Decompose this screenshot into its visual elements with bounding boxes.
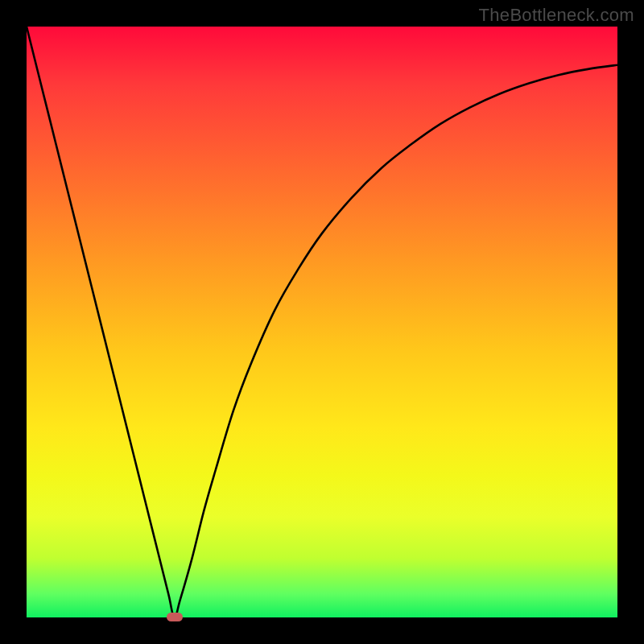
bottleneck-curve	[27, 27, 617, 617]
curve-path	[27, 27, 617, 617]
min-marker	[167, 613, 183, 621]
watermark-text: TheBottleneck.com	[479, 5, 634, 26]
plot-area	[27, 27, 617, 617]
chart-stage: TheBottleneck.com	[0, 0, 644, 644]
